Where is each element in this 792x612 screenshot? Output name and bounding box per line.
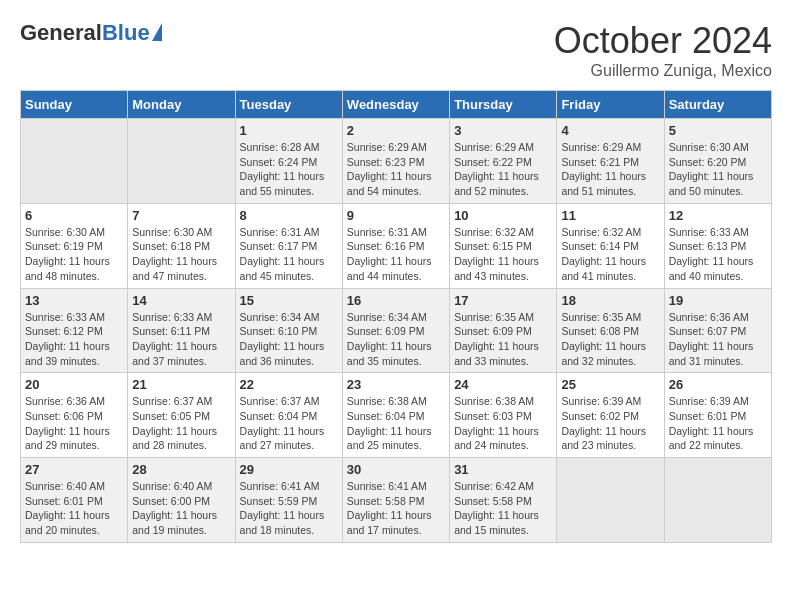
day-info: Sunrise: 6:32 AMSunset: 6:15 PMDaylight:… [454,225,552,284]
logo-general: General [20,20,102,46]
day-number: 3 [454,123,552,138]
day-number: 1 [240,123,338,138]
day-number: 29 [240,462,338,477]
day-info: Sunrise: 6:29 AMSunset: 6:23 PMDaylight:… [347,140,445,199]
day-number: 18 [561,293,659,308]
day-info: Sunrise: 6:39 AMSunset: 6:01 PMDaylight:… [669,394,767,453]
day-number: 24 [454,377,552,392]
day-number: 17 [454,293,552,308]
table-row: 8Sunrise: 6:31 AMSunset: 6:17 PMDaylight… [235,203,342,288]
day-number: 30 [347,462,445,477]
day-number: 10 [454,208,552,223]
table-row: 16Sunrise: 6:34 AMSunset: 6:09 PMDayligh… [342,288,449,373]
table-row [21,119,128,204]
table-row: 3Sunrise: 6:29 AMSunset: 6:22 PMDaylight… [450,119,557,204]
logo-icon [152,23,162,41]
calendar-week-row: 27Sunrise: 6:40 AMSunset: 6:01 PMDayligh… [21,458,772,543]
day-info: Sunrise: 6:36 AMSunset: 6:06 PMDaylight:… [25,394,123,453]
col-wednesday: Wednesday [342,91,449,119]
day-info: Sunrise: 6:30 AMSunset: 6:19 PMDaylight:… [25,225,123,284]
table-row: 2Sunrise: 6:29 AMSunset: 6:23 PMDaylight… [342,119,449,204]
day-info: Sunrise: 6:40 AMSunset: 6:01 PMDaylight:… [25,479,123,538]
col-sunday: Sunday [21,91,128,119]
day-info: Sunrise: 6:41 AMSunset: 5:58 PMDaylight:… [347,479,445,538]
calendar-header-row: Sunday Monday Tuesday Wednesday Thursday… [21,91,772,119]
day-number: 19 [669,293,767,308]
day-number: 26 [669,377,767,392]
day-info: Sunrise: 6:30 AMSunset: 6:20 PMDaylight:… [669,140,767,199]
day-number: 23 [347,377,445,392]
day-number: 22 [240,377,338,392]
table-row: 19Sunrise: 6:36 AMSunset: 6:07 PMDayligh… [664,288,771,373]
day-number: 4 [561,123,659,138]
day-number: 21 [132,377,230,392]
table-row: 31Sunrise: 6:42 AMSunset: 5:58 PMDayligh… [450,458,557,543]
logo-blue: Blue [102,20,150,46]
day-info: Sunrise: 6:40 AMSunset: 6:00 PMDaylight:… [132,479,230,538]
table-row: 20Sunrise: 6:36 AMSunset: 6:06 PMDayligh… [21,373,128,458]
col-saturday: Saturday [664,91,771,119]
day-info: Sunrise: 6:37 AMSunset: 6:04 PMDaylight:… [240,394,338,453]
day-number: 16 [347,293,445,308]
day-number: 28 [132,462,230,477]
table-row: 13Sunrise: 6:33 AMSunset: 6:12 PMDayligh… [21,288,128,373]
day-info: Sunrise: 6:33 AMSunset: 6:13 PMDaylight:… [669,225,767,284]
day-number: 14 [132,293,230,308]
table-row: 7Sunrise: 6:30 AMSunset: 6:18 PMDaylight… [128,203,235,288]
day-number: 9 [347,208,445,223]
table-row: 6Sunrise: 6:30 AMSunset: 6:19 PMDaylight… [21,203,128,288]
day-number: 11 [561,208,659,223]
day-info: Sunrise: 6:37 AMSunset: 6:05 PMDaylight:… [132,394,230,453]
table-row: 4Sunrise: 6:29 AMSunset: 6:21 PMDaylight… [557,119,664,204]
logo: General Blue [20,20,162,46]
day-info: Sunrise: 6:29 AMSunset: 6:22 PMDaylight:… [454,140,552,199]
calendar-week-row: 6Sunrise: 6:30 AMSunset: 6:19 PMDaylight… [21,203,772,288]
day-number: 6 [25,208,123,223]
day-info: Sunrise: 6:34 AMSunset: 6:10 PMDaylight:… [240,310,338,369]
calendar-table: Sunday Monday Tuesday Wednesday Thursday… [20,90,772,543]
table-row: 26Sunrise: 6:39 AMSunset: 6:01 PMDayligh… [664,373,771,458]
table-row: 9Sunrise: 6:31 AMSunset: 6:16 PMDaylight… [342,203,449,288]
table-row: 24Sunrise: 6:38 AMSunset: 6:03 PMDayligh… [450,373,557,458]
day-info: Sunrise: 6:35 AMSunset: 6:09 PMDaylight:… [454,310,552,369]
col-monday: Monday [128,91,235,119]
table-row: 27Sunrise: 6:40 AMSunset: 6:01 PMDayligh… [21,458,128,543]
table-row: 18Sunrise: 6:35 AMSunset: 6:08 PMDayligh… [557,288,664,373]
day-number: 13 [25,293,123,308]
calendar-week-row: 20Sunrise: 6:36 AMSunset: 6:06 PMDayligh… [21,373,772,458]
day-info: Sunrise: 6:28 AMSunset: 6:24 PMDaylight:… [240,140,338,199]
day-info: Sunrise: 6:32 AMSunset: 6:14 PMDaylight:… [561,225,659,284]
table-row [128,119,235,204]
day-number: 5 [669,123,767,138]
day-number: 27 [25,462,123,477]
table-row: 14Sunrise: 6:33 AMSunset: 6:11 PMDayligh… [128,288,235,373]
col-tuesday: Tuesday [235,91,342,119]
table-row: 22Sunrise: 6:37 AMSunset: 6:04 PMDayligh… [235,373,342,458]
location-subtitle: Guillermo Zuniga, Mexico [554,62,772,80]
table-row: 1Sunrise: 6:28 AMSunset: 6:24 PMDaylight… [235,119,342,204]
table-row [557,458,664,543]
day-info: Sunrise: 6:35 AMSunset: 6:08 PMDaylight:… [561,310,659,369]
day-info: Sunrise: 6:31 AMSunset: 6:16 PMDaylight:… [347,225,445,284]
table-row: 23Sunrise: 6:38 AMSunset: 6:04 PMDayligh… [342,373,449,458]
page-header: General Blue October 2024 Guillermo Zuni… [20,20,772,80]
calendar-week-row: 13Sunrise: 6:33 AMSunset: 6:12 PMDayligh… [21,288,772,373]
day-info: Sunrise: 6:42 AMSunset: 5:58 PMDaylight:… [454,479,552,538]
calendar-week-row: 1Sunrise: 6:28 AMSunset: 6:24 PMDaylight… [21,119,772,204]
table-row: 15Sunrise: 6:34 AMSunset: 6:10 PMDayligh… [235,288,342,373]
table-row: 12Sunrise: 6:33 AMSunset: 6:13 PMDayligh… [664,203,771,288]
day-number: 2 [347,123,445,138]
day-info: Sunrise: 6:36 AMSunset: 6:07 PMDaylight:… [669,310,767,369]
month-title: October 2024 [554,20,772,62]
table-row: 25Sunrise: 6:39 AMSunset: 6:02 PMDayligh… [557,373,664,458]
table-row: 28Sunrise: 6:40 AMSunset: 6:00 PMDayligh… [128,458,235,543]
day-number: 7 [132,208,230,223]
table-row: 30Sunrise: 6:41 AMSunset: 5:58 PMDayligh… [342,458,449,543]
day-number: 8 [240,208,338,223]
table-row [664,458,771,543]
day-info: Sunrise: 6:29 AMSunset: 6:21 PMDaylight:… [561,140,659,199]
day-info: Sunrise: 6:38 AMSunset: 6:04 PMDaylight:… [347,394,445,453]
table-row: 17Sunrise: 6:35 AMSunset: 6:09 PMDayligh… [450,288,557,373]
day-number: 20 [25,377,123,392]
day-number: 12 [669,208,767,223]
